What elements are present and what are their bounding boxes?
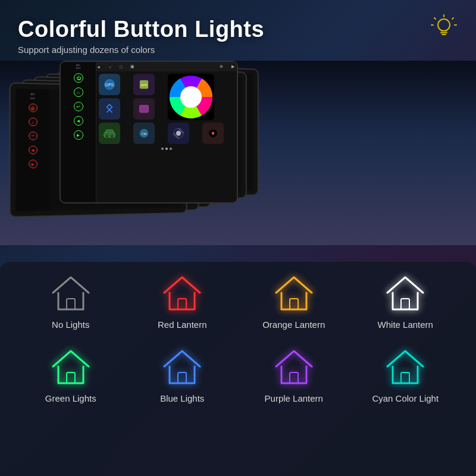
- svg-line-3: [452, 18, 453, 19]
- house-icon-no-lights: [50, 274, 92, 312]
- light-label-purple-lantern: Purple Lantern: [265, 393, 323, 403]
- app-boo: [133, 98, 155, 120]
- light-item-orange-lantern[interactable]: Orange Lantern: [241, 274, 347, 330]
- page-title: Colorful Button Lights: [18, 17, 458, 42]
- app-chrome: [168, 123, 189, 144]
- svg-text:APK: APK: [140, 83, 148, 87]
- house-icon-white-lantern: [384, 274, 426, 312]
- front-right-panel: ◄ ○ □ ▣ ⊕ ▶ GPS APK: [96, 62, 237, 202]
- front-left-panel: MIC RST ⏻ ⌂ ↩ ◄ ►: [61, 62, 96, 202]
- light-label-cyan-color-light: Cyan Color Light: [372, 393, 439, 403]
- house-icon-red-lantern: [161, 274, 203, 312]
- svg-rect-26: [67, 372, 75, 383]
- device-showcase: MIC RST ⏻ ⌂ ↩ ◄ ► MIC RST: [0, 61, 476, 245]
- svg-text:GPS: GPS: [105, 83, 114, 87]
- light-label-orange-lantern: Orange Lantern: [262, 320, 325, 330]
- svg-point-21: [212, 132, 215, 135]
- svg-rect-25: [401, 299, 409, 309]
- light-item-no-lights[interactable]: No Lights: [18, 274, 124, 330]
- light-label-no-lights: No Lights: [52, 320, 89, 330]
- svg-point-14: [106, 135, 108, 137]
- app-androits: GPS: [99, 74, 120, 95]
- app-color: [202, 123, 224, 144]
- light-item-purple-lantern[interactable]: Purple Lantern: [241, 347, 347, 403]
- svg-rect-29: [401, 372, 409, 383]
- bulb-icon: [431, 14, 457, 46]
- svg-rect-27: [178, 372, 186, 383]
- header-section: Colorful Button Lights Support adjusting…: [0, 0, 476, 61]
- front-screen: MIC RST ⏻ ⌂ ↩ ◄ ► ◄ ○ □ ▣ ⊕ ▶: [60, 61, 238, 203]
- light-item-white-lantern[interactable]: White Lantern: [353, 274, 459, 330]
- svg-line-2: [434, 18, 436, 19]
- svg-point-11: [180, 86, 202, 108]
- house-icon-cyan-color-light: [384, 347, 426, 386]
- app-bluetooth: [99, 98, 120, 120]
- light-item-cyan-color-light[interactable]: Cyan Color Light: [353, 347, 459, 403]
- light-label-red-lantern: Red Lantern: [158, 320, 207, 330]
- svg-rect-12: [140, 105, 149, 112]
- app-carmate: CM: [133, 123, 155, 144]
- svg-rect-22: [67, 299, 75, 309]
- light-item-blue-lights[interactable]: Blue Lights: [130, 347, 236, 403]
- svg-rect-13: [104, 132, 115, 137]
- light-item-green-lights[interactable]: Green Lights: [18, 347, 124, 403]
- light-label-blue-lights: Blue Lights: [160, 393, 204, 403]
- svg-rect-28: [290, 372, 298, 383]
- light-item-red-lantern[interactable]: Red Lantern: [130, 274, 236, 330]
- lights-grid: No LightsRed LanternOrange LanternWhite …: [18, 274, 458, 403]
- svg-rect-24: [290, 299, 298, 309]
- app-apk: APK: [133, 74, 155, 95]
- app-color-picker[interactable]: [168, 74, 214, 120]
- app-grid: GPS APK: [96, 71, 237, 146]
- svg-point-15: [111, 135, 113, 137]
- svg-rect-23: [178, 299, 186, 309]
- bottom-panel: No LightsRed LanternOrange LanternWhite …: [0, 262, 476, 476]
- page-subtitle: Support adjusting dozens of colors: [18, 45, 458, 55]
- svg-point-19: [176, 131, 181, 136]
- svg-text:CM: CM: [142, 132, 146, 136]
- light-label-green-lights: Green Lights: [45, 393, 96, 403]
- front-tablet: MIC RST ⏻ ⌂ ↩ ◄ ► ◄ ○ □ ▣ ⊕ ▶: [60, 61, 238, 203]
- house-icon-green-lights: [50, 347, 92, 386]
- app-car-settings: [99, 123, 120, 144]
- house-icon-purple-lantern: [273, 347, 315, 386]
- svg-point-0: [438, 19, 450, 31]
- house-icon-blue-lights: [161, 347, 203, 386]
- android-topbar: ◄ ○ □ ▣ ⊕ ▶: [96, 62, 237, 71]
- light-label-white-lantern: White Lantern: [378, 320, 433, 330]
- house-icon-orange-lantern: [273, 274, 315, 312]
